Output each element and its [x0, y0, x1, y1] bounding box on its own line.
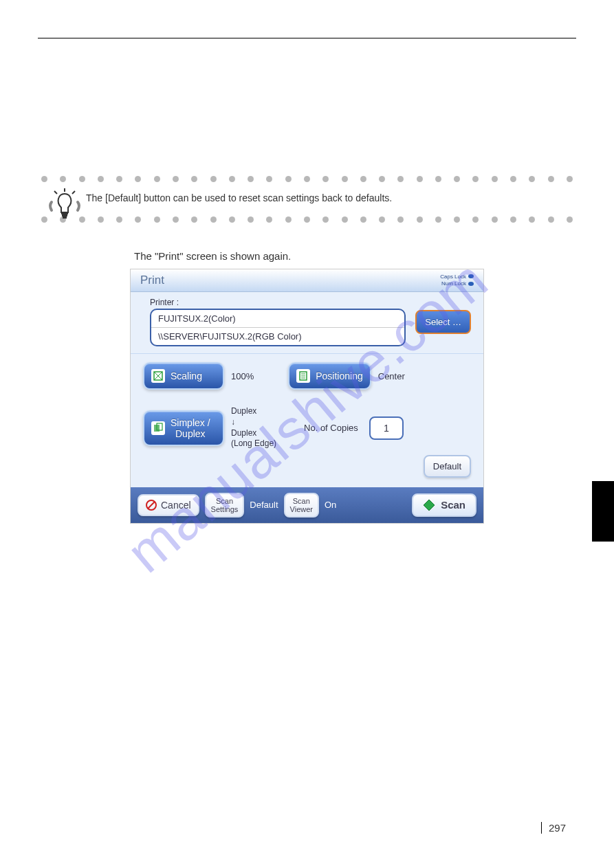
copies-input[interactable]: 1 — [369, 416, 404, 440]
printer-path: \\SERVER\FUJITSUX.2(RGB Color) — [151, 328, 404, 345]
duplex-value-line1: Duplex — [231, 406, 276, 417]
lock-indicators: Caps Lock Num Lock — [440, 274, 474, 288]
duplex-icon — [151, 421, 165, 435]
scaling-label: Scaling — [171, 370, 202, 381]
printer-row: Printer : FUJITSUX.2(Color) \\SERVER\FUJ… — [131, 292, 483, 353]
positioning-button[interactable]: Positioning — [288, 362, 371, 390]
svg-line-4 — [54, 191, 57, 194]
scan-label: Scan — [441, 499, 465, 511]
duplex-label: Simplex / Duplex — [171, 417, 210, 439]
scan-viewer-value: On — [325, 500, 336, 510]
svg-line-5 — [72, 191, 75, 194]
caps-lock-led-icon — [468, 274, 474, 278]
scan-viewer-button[interactable]: Scan Viewer — [284, 493, 319, 518]
cancel-icon — [146, 500, 157, 511]
duplex-value: Duplex ↓ Duplex (Long Edge) — [231, 406, 276, 449]
step-description: The "Print" screen is shown again. — [134, 250, 576, 262]
print-dialog: Print Caps Lock Num Lock Printer : FUJIT… — [130, 269, 484, 524]
svg-rect-1 — [62, 214, 67, 216]
scan-settings-value: Default — [250, 500, 278, 510]
header-rule — [38, 38, 576, 38]
svg-marker-13 — [424, 500, 435, 511]
positioning-label: Positioning — [316, 370, 363, 381]
dialog-header: Print Caps Lock Num Lock — [131, 269, 483, 293]
duplex-value-line2: Duplex — [231, 428, 276, 439]
side-tab — [592, 481, 614, 542]
num-lock-label: Num Lock — [441, 280, 466, 287]
duplex-value-line3: (Long Edge) — [231, 438, 276, 449]
scaling-icon — [151, 369, 165, 383]
svg-rect-0 — [61, 212, 68, 214]
lightbulb-icon — [46, 188, 83, 225]
dots-bottom — [38, 216, 576, 223]
copies-value: 1 — [384, 423, 389, 434]
scan-icon — [423, 499, 435, 511]
cancel-label: Cancel — [161, 500, 191, 511]
dialog-footer: Cancel Scan Settings Default Scan Viewer… — [131, 487, 483, 523]
dialog-title: Print — [140, 274, 164, 287]
printer-field[interactable]: FUJITSUX.2(Color) \\SERVER\FUJITSUX.2(RG… — [150, 309, 406, 346]
default-button[interactable]: Default — [424, 455, 471, 478]
tip-text: The [Default] button can be used to rese… — [86, 186, 576, 212]
dialog-body: Scaling 100% Positioning Center Si — [131, 353, 483, 487]
scaling-value: 100% — [231, 371, 254, 381]
positioning-icon — [296, 369, 310, 383]
duplex-value-arrow: ↓ — [231, 417, 276, 428]
scan-settings-button[interactable]: Scan Settings — [205, 493, 245, 518]
cancel-button[interactable]: Cancel — [138, 494, 199, 516]
duplex-button[interactable]: Simplex / Duplex — [143, 410, 224, 446]
printer-name: FUJITSUX.2(Color) — [151, 310, 404, 328]
caps-lock-label: Caps Lock — [440, 274, 466, 280]
select-button[interactable]: Select … — [415, 310, 471, 334]
positioning-value: Center — [378, 371, 405, 381]
page-number: 297 — [541, 822, 566, 834]
printer-label: Printer : — [150, 298, 406, 307]
dots-top — [38, 176, 576, 182]
tip-section: The [Default] button can be used to rese… — [38, 176, 576, 223]
num-lock-led-icon — [468, 282, 474, 286]
scaling-button[interactable]: Scaling — [143, 362, 224, 390]
scan-button[interactable]: Scan — [412, 493, 476, 517]
copies-label: No. of Copies — [304, 423, 358, 433]
svg-rect-2 — [63, 216, 67, 219]
